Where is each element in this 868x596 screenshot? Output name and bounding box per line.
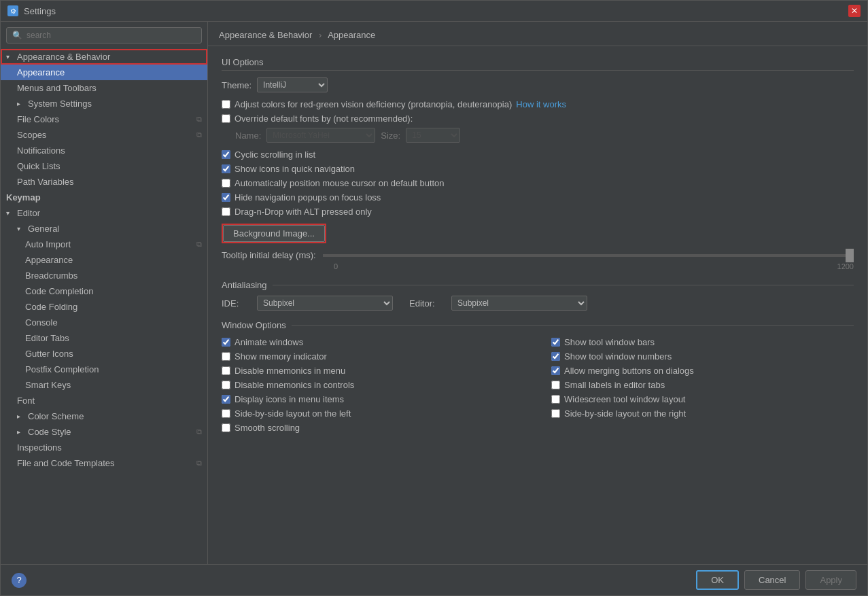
cyclic-scrolling-checkbox[interactable] [222, 150, 230, 159]
apply-button[interactable]: Apply [805, 570, 856, 590]
tooltip-section: Tooltip initial delay (ms): 0 1200 [222, 250, 854, 270]
expand-arrow [17, 225, 25, 232]
ui-options-label: UI Options [222, 57, 854, 71]
font-name-select[interactable]: Microsoft YaHei [266, 128, 375, 143]
copy-icon: ⧉ [196, 130, 202, 139]
help-button[interactable]: ? [12, 573, 27, 588]
sidebar-item-console[interactable]: Console [1, 315, 207, 330]
search-input[interactable] [27, 31, 196, 40]
side-by-side-left-row[interactable]: Side-by-side layout on the left [222, 408, 524, 419]
show-memory-row[interactable]: Show memory indicator [222, 351, 524, 362]
animate-windows-row[interactable]: Animate windows [222, 337, 524, 347]
small-labels-checkbox[interactable] [551, 381, 560, 389]
allow-merging-row[interactable]: Allow merging buttons on dialogs [551, 366, 854, 376]
theme-select[interactable]: IntelliJ Darcula High Contrast [257, 77, 328, 92]
sidebar-item-path-variables[interactable]: Path Variables [1, 174, 207, 190]
search-field-wrapper[interactable]: 🔍 [6, 27, 202, 43]
how-it-works-link[interactable]: How it works [516, 99, 566, 109]
sidebar-item-editor[interactable]: Editor [1, 205, 207, 221]
sidebar-item-label: Appearance [25, 255, 73, 265]
side-by-side-right-row[interactable]: Side-by-side layout on the right [551, 408, 854, 419]
smooth-scrolling-label: Smooth scrolling [235, 423, 300, 433]
override-fonts-row[interactable]: Override default fonts by (not recommend… [222, 113, 854, 124]
show-tool-bars-row[interactable]: Show tool window bars [551, 337, 854, 347]
small-labels-row[interactable]: Small labels in editor tabs [551, 380, 854, 390]
show-icons-checkbox[interactable] [222, 164, 230, 173]
allow-merging-checkbox[interactable] [551, 366, 560, 375]
sidebar-item-file-code-templates[interactable]: File and Code Templates ⧉ [1, 455, 207, 471]
show-tool-numbers-row[interactable]: Show tool window numbers [551, 351, 854, 362]
sidebar-item-code-folding[interactable]: Code Folding [1, 299, 207, 315]
sidebar-item-appearance[interactable]: Appearance [1, 65, 207, 80]
sidebar-item-label: Color Scheme [28, 411, 84, 421]
main-panel: Appearance & Behavior › Appearance UI Op… [208, 22, 867, 564]
sidebar-item-appearance-editor[interactable]: Appearance [1, 252, 207, 268]
sidebar-item-keymap[interactable]: Keymap [1, 190, 207, 205]
side-by-side-left-label: Side-by-side layout on the left [235, 408, 351, 419]
show-tool-numbers-checkbox[interactable] [551, 352, 560, 361]
sidebar-item-font[interactable]: Font [1, 393, 207, 408]
sidebar-item-scopes[interactable]: Scopes ⧉ [1, 127, 207, 143]
sidebar-item-breadcrumbs[interactable]: Breadcrumbs [1, 268, 207, 283]
editor-antialiasing-select[interactable]: Subpixel Greyscale None [451, 296, 587, 311]
sidebar-item-general[interactable]: General [1, 221, 207, 236]
hide-popups-checkbox[interactable] [222, 193, 230, 202]
widescreen-row[interactable]: Widescreen tool window layout [551, 394, 854, 404]
disable-mnemonics-controls-row[interactable]: Disable mnemonics in controls [222, 380, 524, 390]
cancel-button[interactable]: Cancel [744, 570, 800, 590]
sidebar-item-smart-keys[interactable]: Smart Keys [1, 377, 207, 393]
sidebar-item-label: System Settings [28, 99, 92, 109]
animate-windows-checkbox[interactable] [222, 338, 230, 347]
auto-position-label: Automatically position mouse cursor on d… [235, 178, 445, 188]
smooth-scrolling-row[interactable]: Smooth scrolling [222, 423, 524, 433]
ide-antialiasing-select[interactable]: Subpixel Greyscale None [257, 296, 393, 311]
sidebar-item-editor-tabs[interactable]: Editor Tabs [1, 330, 207, 346]
sidebar-item-label: File and Code Templates [17, 458, 115, 468]
cyclic-scrolling-row[interactable]: Cyclic scrolling in list [222, 150, 854, 160]
side-by-side-right-checkbox[interactable] [551, 409, 560, 418]
background-image-button[interactable]: Background Image... [223, 225, 325, 242]
sidebar-item-notifications[interactable]: Notifications [1, 143, 207, 158]
sidebar-item-code-completion[interactable]: Code Completion [1, 283, 207, 299]
show-memory-checkbox[interactable] [222, 352, 230, 361]
smooth-scrolling-checkbox[interactable] [222, 423, 230, 432]
show-tool-bars-checkbox[interactable] [551, 338, 560, 347]
slider-thumb[interactable] [846, 249, 854, 262]
sidebar-item-gutter-icons[interactable]: Gutter Icons [1, 346, 207, 362]
side-by-side-left-checkbox[interactable] [222, 409, 230, 418]
display-icons-checkbox[interactable] [222, 395, 230, 404]
sidebar-item-inspections[interactable]: Inspections [1, 440, 207, 455]
disable-mnemonics-menu-row[interactable]: Disable mnemonics in menu [222, 366, 524, 376]
override-fonts-checkbox[interactable] [222, 114, 230, 123]
sidebar-item-code-style[interactable]: Code Style ⧉ [1, 424, 207, 440]
adjust-colors-checkbox[interactable] [222, 100, 230, 109]
sidebar-item-file-colors[interactable]: File Colors ⧉ [1, 111, 207, 127]
font-size-select[interactable]: 15 [406, 128, 460, 143]
close-button[interactable]: ✕ [848, 5, 861, 17]
sidebar-item-auto-import[interactable]: Auto Import ⧉ [1, 236, 207, 252]
drag-drop-row[interactable]: Drag-n-Drop with ALT pressed only [222, 207, 854, 217]
sidebar-item-label: Breadcrumbs [25, 270, 77, 281]
sidebar-item-appearance-behavior[interactable]: Appearance & Behavior [1, 49, 207, 65]
sidebar-item-color-scheme[interactable]: Color Scheme [1, 408, 207, 424]
disable-mnemonics-menu-checkbox[interactable] [222, 366, 230, 375]
display-icons-row[interactable]: Display icons in menu items [222, 394, 524, 404]
sidebar-item-quick-lists[interactable]: Quick Lists [1, 158, 207, 174]
auto-position-row[interactable]: Automatically position mouse cursor on d… [222, 178, 854, 188]
sidebar-item-postfix-completion[interactable]: Postfix Completion [1, 362, 207, 377]
copy-icon: ⧉ [196, 427, 202, 436]
footer-right: OK Cancel Apply [696, 570, 856, 590]
sidebar: 🔍 Appearance & Behavior Appearance Menus… [1, 22, 208, 564]
ok-button[interactable]: OK [696, 570, 739, 590]
adjust-colors-row[interactable]: Adjust colors for red-green vision defic… [222, 99, 854, 109]
show-icons-row[interactable]: Show icons in quick navigation [222, 164, 854, 174]
drag-drop-checkbox[interactable] [222, 207, 230, 216]
sidebar-item-system-settings[interactable]: System Settings [1, 96, 207, 111]
hide-popups-row[interactable]: Hide navigation popups on focus loss [222, 192, 854, 203]
sidebar-item-label: Code Style [28, 427, 71, 437]
disable-mnemonics-controls-checkbox[interactable] [222, 381, 230, 389]
auto-position-checkbox[interactable] [222, 179, 230, 188]
sidebar-item-label: Editor Tabs [25, 333, 69, 343]
sidebar-item-menus-toolbars[interactable]: Menus and Toolbars [1, 80, 207, 96]
widescreen-checkbox[interactable] [551, 395, 560, 404]
